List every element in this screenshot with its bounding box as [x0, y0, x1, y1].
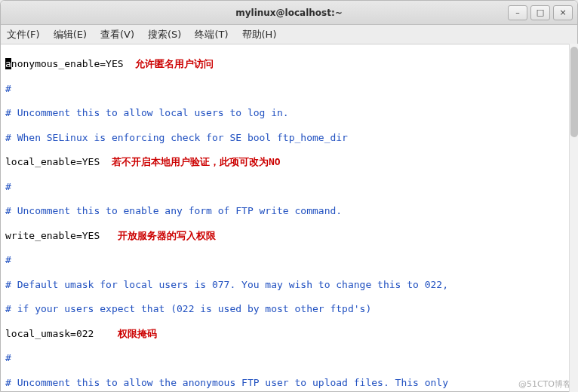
- menu-help[interactable]: 帮助(H): [242, 28, 277, 41]
- menu-terminal[interactable]: 终端(T): [195, 28, 228, 41]
- comment-line: #: [5, 83, 573, 95]
- menu-search[interactable]: 搜索(S): [148, 28, 181, 41]
- comment-line: # Default umask for local users is 077. …: [5, 279, 573, 291]
- annotation: 开放服务器的写入权限: [118, 230, 216, 241]
- text: nonymous_enable=YES: [11, 58, 135, 69]
- minimize-button[interactable]: –: [508, 5, 527, 20]
- annotation: 允许匿名用户访问: [135, 58, 214, 69]
- menu-edit[interactable]: 编辑(E): [54, 28, 87, 41]
- comment-line: # Uncomment this to enable any form of F…: [5, 205, 573, 217]
- comment-line: # When SELinux is enforcing check for SE…: [5, 132, 573, 144]
- window-controls: – □ ×: [505, 5, 573, 20]
- annotation: 若不开启本地用户验证，此项可改为NO: [112, 156, 281, 167]
- window-title: mylinux@localhost:~: [235, 8, 343, 18]
- comment-line: # Uncomment this to allow the anonymous …: [5, 377, 573, 389]
- comment-line: #: [5, 181, 573, 193]
- text: local_enable=YES: [5, 156, 112, 167]
- comment-line: # Uncomment this to allow local users to…: [5, 107, 573, 119]
- comment-line: #: [5, 254, 573, 266]
- maximize-button[interactable]: □: [530, 5, 550, 20]
- menu-file[interactable]: 文件(F): [7, 28, 40, 41]
- menubar: 文件(F) 编辑(E) 查看(V) 搜索(S) 终端(T) 帮助(H): [1, 25, 577, 44]
- vertical-scrollbar[interactable]: [569, 44, 578, 392]
- titlebar[interactable]: mylinux@localhost:~ – □ ×: [1, 1, 577, 25]
- scrollbar-thumb[interactable]: [570, 47, 578, 137]
- menu-view[interactable]: 查看(V): [100, 28, 134, 41]
- text: local_umask=022: [5, 328, 118, 339]
- comment-line: # if your users expect that (022 is used…: [5, 303, 573, 315]
- terminal-window: mylinux@localhost:~ – □ × 文件(F) 编辑(E) 查看…: [0, 0, 578, 392]
- cursor: a: [5, 58, 11, 69]
- comment-line: #: [5, 352, 573, 364]
- close-button[interactable]: ×: [553, 5, 573, 20]
- watermark: @51CTO博客: [518, 379, 571, 390]
- terminal-body[interactable]: anonymous_enable=YES 允许匿名用户访问 # # Uncomm…: [1, 44, 577, 391]
- annotation: 权限掩码: [118, 328, 157, 339]
- text: write_enable=YES: [5, 230, 118, 241]
